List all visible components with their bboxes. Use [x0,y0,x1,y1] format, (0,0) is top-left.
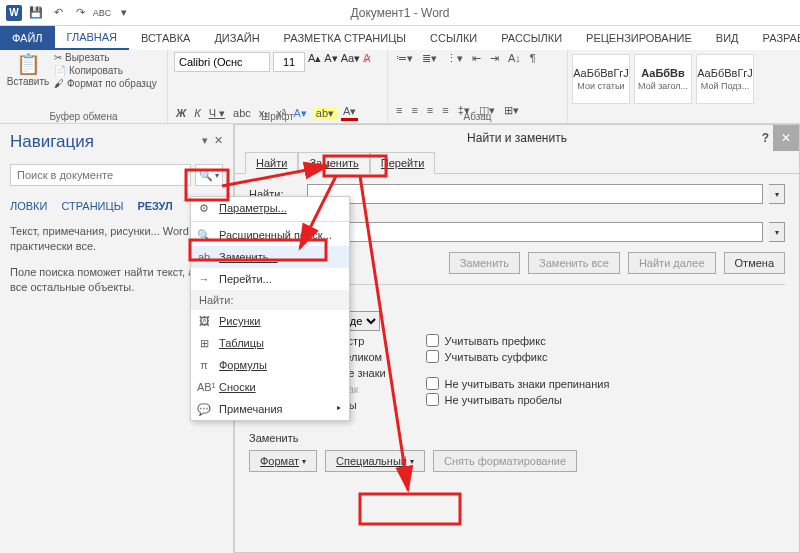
shrink-font-icon[interactable]: A▾ [324,52,337,72]
scissors-icon: ✂ [54,52,62,63]
replace-all-button[interactable]: Заменить все [528,252,620,274]
find-history-dropdown[interactable]: ▾ [769,184,785,204]
format-button[interactable]: Формат▾ [249,450,317,472]
navigation-title: Навигация [10,132,223,152]
footnote-icon: AB¹ [197,381,211,393]
find-next-button[interactable]: Найти далее [628,252,716,274]
cut-button[interactable]: ✂Вырезать [54,52,157,63]
table-icon: ⊞ [197,337,211,350]
inc-indent-icon[interactable]: ⇥ [488,52,501,65]
pilcrow-icon[interactable]: ¶ [528,52,538,65]
styles-group: АаБбВвГгJ Мои статьи АаБбВв Мой загол...… [568,50,800,123]
font-group-label: Шрифт [168,111,387,122]
menu-find-header: Найти: [191,290,349,310]
dialog-tab-goto[interactable]: Перейти [370,152,436,174]
document-title: Документ1 - Word [350,6,449,20]
paste-icon: 📋 [6,52,50,76]
title-bar: W 💾 ↶ ↷ ABC ▾ Документ1 - Word [0,0,800,26]
menu-find-comments[interactable]: 💬Примечания▸ [191,398,349,420]
brush-icon: 🖌 [54,78,64,89]
find-input[interactable] [307,184,763,204]
grow-font-icon[interactable]: A▴ [308,52,321,72]
dialog-tab-replace[interactable]: Заменить [298,152,369,174]
clipboard-group-label: Буфер обмена [0,111,167,122]
copy-button[interactable]: 📄Копировать [54,65,157,76]
spellcheck-icon[interactable]: ABC [94,5,110,21]
picture-icon: 🖼 [197,315,211,327]
tab-mailings[interactable]: РАССЫЛКИ [489,26,574,50]
menu-find-footnotes[interactable]: AB¹Сноски [191,376,349,398]
undo-icon[interactable]: ↶ [50,5,66,21]
font-size-combo[interactable] [273,52,305,72]
gear-icon: ⚙ [197,202,211,215]
nav-tab-pages[interactable]: СТРАНИЦЫ [61,200,123,212]
multilevel-icon[interactable]: ⋮▾ [444,52,465,65]
menu-goto[interactable]: →Перейти... [191,268,349,290]
cancel-button[interactable]: Отмена [724,252,785,274]
qat-more-icon[interactable]: ▾ [116,5,132,21]
dialog-title: Найти и заменить [467,131,567,145]
menu-find-formulas[interactable]: πФормулы [191,354,349,376]
menu-advanced-find[interactable]: 🔍Расширенный поиск... [191,224,349,246]
save-icon[interactable]: 💾 [28,5,44,21]
numbering-icon[interactable]: ≣▾ [420,52,439,65]
tab-design[interactable]: ДИЗАЙН [202,26,271,50]
opt-suffix[interactable] [426,350,439,363]
navigation-search-dropdown-button[interactable]: 🔍▾ [195,164,223,186]
quick-access-toolbar: W 💾 ↶ ↷ ABC ▾ [0,5,132,21]
menu-find-tables[interactable]: ⊞Таблицы [191,332,349,354]
ribbon-body: 📋 Вставить ✂Вырезать 📄Копировать 🖌Формат… [0,50,800,124]
dec-indent-icon[interactable]: ⇤ [470,52,483,65]
nav-tab-headings[interactable]: ЛОВКИ [10,200,47,212]
replace-input[interactable] [335,222,763,242]
dialog-tabs: Найти Заменить Перейти [235,151,799,174]
redo-icon[interactable]: ↷ [72,5,88,21]
menu-replace[interactable]: abЗаменить... [191,246,349,268]
menu-options[interactable]: ⚙Параметры... [191,197,349,219]
style-thumb[interactable]: АаБбВвГгJ Мой Подз... [696,54,754,104]
font-group: A▴ A▾ Aa▾ A̷ Ж К Ч ▾ abc x₂ x² A▾ ab▾ A▾… [168,50,388,123]
tab-view[interactable]: ВИД [704,26,751,50]
replace-button[interactable]: Заменить [449,252,520,274]
search-icon: 🔍 [197,229,211,242]
special-button[interactable]: Специальный▾ [325,450,425,472]
opt-prefix[interactable] [426,334,439,347]
menu-find-pictures[interactable]: 🖼Рисунки [191,310,349,332]
replace-history-dropdown[interactable]: ▾ [769,222,785,242]
nav-close-icon[interactable]: ✕ [214,134,223,147]
format-painter-button[interactable]: 🖌Формат по образцу [54,78,157,89]
tab-home[interactable]: ГЛАВНАЯ [55,26,129,50]
style-thumb[interactable]: АаБбВв Мой загол... [634,54,692,104]
clear-format-icon[interactable]: A̷ [363,52,371,72]
paragraph-group-label: Абзац [388,111,567,122]
replace-icon: ab [197,251,211,263]
dialog-help-icon[interactable]: ? [762,131,769,145]
bullets-icon[interactable]: ≔▾ [394,52,415,65]
style-thumb[interactable]: АаБбВвГгJ Мои статьи [572,54,630,104]
paste-label: Вставить [6,76,50,87]
dialog-close-icon[interactable]: ✕ [773,125,799,151]
no-formatting-button[interactable]: Снять форматирование [433,450,577,472]
tab-insert[interactable]: ВСТАВКА [129,26,202,50]
main-area: Навигация ▾ ✕ 🔍▾ ЛОВКИ СТРАНИЦЫ РЕЗУЛ Те… [0,124,800,553]
tab-page-layout[interactable]: РАЗМЕТКА СТРАНИЦЫ [272,26,418,50]
font-family-combo[interactable] [174,52,270,72]
dialog-title-bar: Найти и заменить ? ✕ [235,125,799,151]
tab-developer[interactable]: РАЗРАБОТЧ [751,26,800,50]
tab-review[interactable]: РЕЦЕНЗИРОВАНИЕ [574,26,704,50]
paste-button[interactable]: 📋 Вставить [6,52,50,89]
opt-ignore-punct[interactable] [426,377,439,390]
ribbon-tabs: ФАЙЛ ГЛАВНАЯ ВСТАВКА ДИЗАЙН РАЗМЕТКА СТР… [0,26,800,50]
tab-references[interactable]: ССЫЛКИ [418,26,489,50]
nav-tab-results[interactable]: РЕЗУЛ [137,200,172,212]
copy-icon: 📄 [54,65,66,76]
sort-icon[interactable]: A↓ [506,52,523,65]
opt-ignore-space[interactable] [426,393,439,406]
change-case-icon[interactable]: Aa▾ [341,52,360,72]
tab-file[interactable]: ФАЙЛ [0,26,55,50]
navigation-search-input[interactable] [10,164,191,186]
dialog-tab-find[interactable]: Найти [245,152,298,174]
search-dropdown-menu: ⚙Параметры... 🔍Расширенный поиск... abЗа… [190,196,350,421]
word-app-icon: W [6,5,22,21]
nav-options-icon[interactable]: ▾ [202,134,208,147]
